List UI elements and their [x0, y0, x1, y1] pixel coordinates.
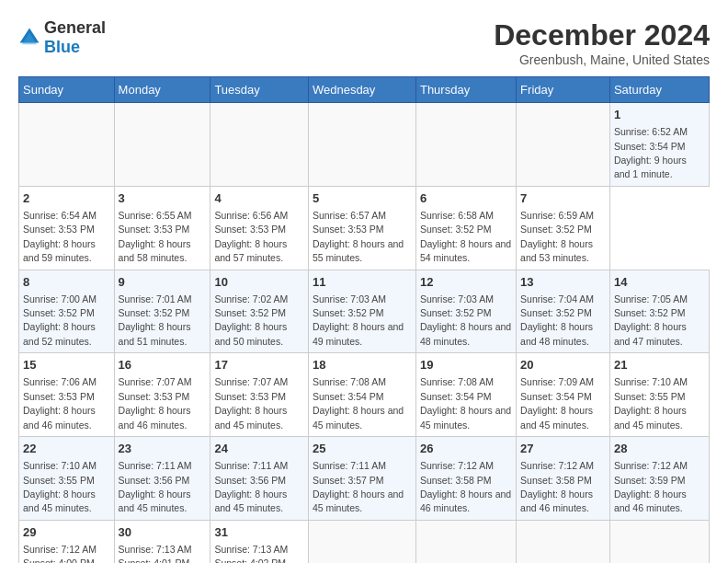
day-number: 16 [119, 357, 207, 373]
day-info: Sunrise: 7:01 AMSunset: 3:52 PMDaylight:… [119, 293, 192, 347]
empty-cell [19, 103, 115, 187]
day-number: 18 [313, 357, 412, 373]
table-row: 5Sunrise: 6:57 AMSunset: 3:53 PMDaylight… [308, 186, 415, 270]
calendar-row: 15Sunrise: 7:06 AMSunset: 3:53 PMDayligh… [19, 353, 710, 437]
table-row: 7Sunrise: 6:59 AMSunset: 3:52 PMDaylight… [517, 186, 610, 270]
col-sunday: Sunday [19, 77, 115, 103]
table-row: 17Sunrise: 7:07 AMSunset: 3:53 PMDayligh… [210, 353, 309, 437]
table-row: 24Sunrise: 7:11 AMSunset: 3:56 PMDayligh… [210, 437, 309, 521]
day-info: Sunrise: 7:09 AMSunset: 3:54 PMDaylight:… [520, 376, 594, 430]
table-row: 20Sunrise: 7:09 AMSunset: 3:54 PMDayligh… [517, 353, 610, 437]
day-number: 24 [214, 441, 304, 457]
day-info: Sunrise: 6:52 AMSunset: 3:54 PMDaylight:… [614, 126, 688, 179]
calendar-row: 1Sunrise: 6:52 AMSunset: 3:54 PMDaylight… [19, 103, 710, 187]
calendar-body: 1Sunrise: 6:52 AMSunset: 3:54 PMDaylight… [19, 103, 710, 564]
table-row: 26Sunrise: 7:12 AMSunset: 3:58 PMDayligh… [415, 437, 516, 521]
day-info: Sunrise: 6:56 AMSunset: 3:53 PMDaylight:… [214, 210, 288, 263]
col-saturday: Saturday [609, 77, 709, 103]
subtitle: Greenbush, Maine, United States [494, 52, 710, 67]
day-info: Sunrise: 6:59 AMSunset: 3:52 PMDaylight:… [520, 210, 594, 263]
day-number: 26 [420, 441, 512, 457]
day-info: Sunrise: 6:55 AMSunset: 3:53 PMDaylight:… [119, 210, 192, 263]
day-number: 28 [614, 441, 705, 457]
day-number: 3 [119, 190, 207, 207]
calendar-table: Sunday Monday Tuesday Wednesday Thursday… [18, 76, 710, 563]
day-number: 20 [520, 357, 606, 373]
logo-text: General Blue [44, 18, 106, 57]
empty-cell [308, 103, 415, 187]
day-info: Sunrise: 6:54 AMSunset: 3:53 PMDaylight:… [23, 210, 97, 263]
col-tuesday: Tuesday [210, 77, 309, 103]
table-row: 15Sunrise: 7:06 AMSunset: 3:53 PMDayligh… [19, 353, 115, 437]
day-number: 13 [520, 274, 606, 291]
empty-cell [308, 520, 415, 563]
table-row: 10Sunrise: 7:02 AMSunset: 3:52 PMDayligh… [210, 270, 309, 353]
day-info: Sunrise: 6:57 AMSunset: 3:53 PMDaylight:… [313, 210, 404, 263]
empty-cell [517, 520, 610, 563]
empty-cell [210, 103, 309, 187]
logo-blue: Blue [44, 38, 80, 56]
table-row: 2Sunrise: 6:54 AMSunset: 3:53 PMDaylight… [19, 186, 115, 270]
day-info: Sunrise: 7:06 AMSunset: 3:53 PMDaylight:… [23, 376, 97, 430]
day-number: 12 [420, 274, 512, 291]
empty-cell [517, 103, 610, 187]
day-number: 11 [313, 274, 412, 291]
table-row: 4Sunrise: 6:56 AMSunset: 3:53 PMDaylight… [210, 186, 309, 270]
table-row: 19Sunrise: 7:08 AMSunset: 3:54 PMDayligh… [415, 353, 516, 437]
day-number: 15 [23, 357, 110, 373]
day-number: 19 [420, 357, 512, 373]
col-friday: Friday [517, 77, 610, 103]
calendar-row: 8Sunrise: 7:00 AMSunset: 3:52 PMDaylight… [19, 270, 710, 353]
table-row: 11Sunrise: 7:03 AMSunset: 3:52 PMDayligh… [308, 270, 415, 353]
page-header: General Blue December 2024 Greenbush, Ma… [18, 18, 710, 67]
day-info: Sunrise: 7:03 AMSunset: 3:52 PMDaylight:… [313, 293, 404, 347]
col-wednesday: Wednesday [308, 77, 415, 103]
table-row: 14Sunrise: 7:05 AMSunset: 3:52 PMDayligh… [609, 270, 709, 353]
table-row: 6Sunrise: 6:58 AMSunset: 3:52 PMDaylight… [415, 186, 516, 270]
day-number: 2 [23, 190, 110, 207]
calendar-header: Sunday Monday Tuesday Wednesday Thursday… [19, 77, 710, 103]
day-number: 8 [23, 274, 110, 291]
header-row: Sunday Monday Tuesday Wednesday Thursday… [19, 77, 710, 103]
table-row: 28Sunrise: 7:12 AMSunset: 3:59 PMDayligh… [609, 437, 709, 521]
day-info: Sunrise: 7:12 AMSunset: 3:58 PMDaylight:… [420, 460, 511, 513]
main-title: December 2024 [494, 18, 710, 52]
day-info: Sunrise: 7:12 AMSunset: 4:00 PMDaylight:… [23, 544, 97, 563]
table-row: 29Sunrise: 7:12 AMSunset: 4:00 PMDayligh… [19, 520, 115, 563]
day-info: Sunrise: 7:11 AMSunset: 3:56 PMDaylight:… [214, 460, 288, 513]
day-number: 10 [214, 274, 304, 291]
col-monday: Monday [114, 77, 210, 103]
empty-cell [114, 103, 210, 187]
table-row: 9Sunrise: 7:01 AMSunset: 3:52 PMDaylight… [114, 270, 210, 353]
day-info: Sunrise: 7:03 AMSunset: 3:52 PMDaylight:… [420, 293, 511, 347]
day-info: Sunrise: 7:10 AMSunset: 3:55 PMDaylight:… [23, 460, 97, 513]
table-row: 25Sunrise: 7:11 AMSunset: 3:57 PMDayligh… [308, 437, 415, 521]
day-info: Sunrise: 6:58 AMSunset: 3:52 PMDaylight:… [420, 210, 511, 263]
day-number: 30 [119, 524, 207, 541]
day-info: Sunrise: 7:05 AMSunset: 3:52 PMDaylight:… [614, 293, 688, 347]
calendar-row: 2Sunrise: 6:54 AMSunset: 3:53 PMDaylight… [19, 186, 710, 270]
table-row: 31Sunrise: 7:13 AMSunset: 4:02 PMDayligh… [210, 520, 309, 563]
day-number: 25 [313, 441, 412, 457]
day-number: 7 [520, 190, 606, 207]
day-info: Sunrise: 7:08 AMSunset: 3:54 PMDaylight:… [420, 376, 511, 430]
day-number: 17 [214, 357, 304, 373]
table-row: 18Sunrise: 7:08 AMSunset: 3:54 PMDayligh… [308, 353, 415, 437]
logo-general: General [44, 18, 106, 37]
day-info: Sunrise: 7:12 AMSunset: 3:59 PMDaylight:… [614, 460, 688, 513]
table-row: 27Sunrise: 7:12 AMSunset: 3:58 PMDayligh… [517, 437, 610, 521]
calendar-row: 29Sunrise: 7:12 AMSunset: 4:00 PMDayligh… [19, 520, 710, 563]
day-number: 23 [119, 441, 207, 457]
title-block: December 2024 Greenbush, Maine, United S… [494, 18, 710, 67]
empty-cell [609, 520, 709, 563]
table-row: 21Sunrise: 7:10 AMSunset: 3:55 PMDayligh… [609, 353, 709, 437]
day-number: 27 [520, 441, 606, 457]
day-info: Sunrise: 7:08 AMSunset: 3:54 PMDaylight:… [313, 376, 404, 430]
empty-cell [415, 520, 516, 563]
day-info: Sunrise: 7:13 AMSunset: 4:01 PMDaylight:… [119, 544, 192, 563]
logo: General Blue [18, 18, 106, 57]
table-row: 8Sunrise: 7:00 AMSunset: 3:52 PMDaylight… [19, 270, 115, 353]
day-info: Sunrise: 7:07 AMSunset: 3:53 PMDaylight:… [214, 376, 288, 430]
day-number: 29 [23, 524, 110, 541]
logo-icon [18, 27, 40, 49]
